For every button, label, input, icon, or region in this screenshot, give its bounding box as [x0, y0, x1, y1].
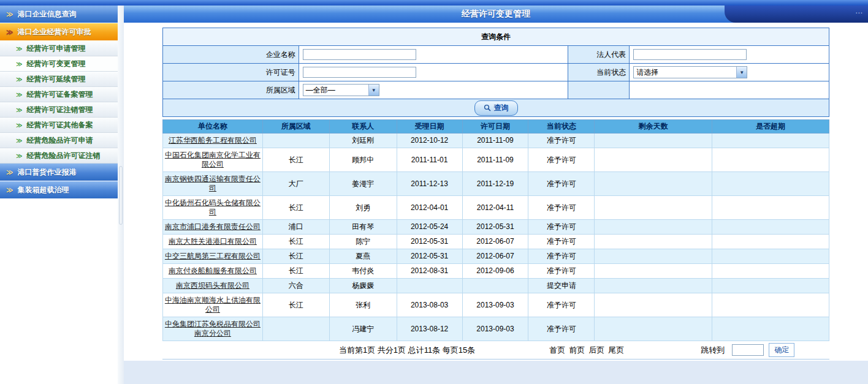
company-cell: 中海油南京顺海水上供油有限公司 [163, 293, 263, 317]
company-link[interactable]: 中免集团江苏免税品有限公司南京分公司 [165, 320, 261, 337]
company-link[interactable]: 南京西坝码头有限公司 [176, 281, 249, 290]
accept-date-cell: 2012-10-12 [397, 134, 462, 148]
sidebar-item[interactable]: ≫经营危险品许可证注销 [0, 148, 118, 164]
company-cell: 南京西坝码头有限公司 [163, 279, 263, 293]
search-icon [484, 104, 491, 111]
company-link[interactable]: 江苏华西船务工程有限公司 [169, 136, 257, 145]
days-left-cell [595, 249, 712, 264]
status-cell: 准予许可 [528, 134, 595, 148]
status-cell: 准予许可 [528, 220, 595, 235]
company-link[interactable]: 中国石化集团南京化学工业有限公司 [165, 151, 261, 168]
table-row: 中交三航局第三工程有限公司长江夏燕2012-05-312012-06-07准予许… [163, 249, 829, 264]
pagination-next[interactable]: 后页 [588, 345, 604, 355]
sidebar-item[interactable]: ≫经营许可证其他备案 [0, 118, 118, 133]
table-row: 中国石化集团南京化学工业有限公司长江顾邦中2011-11-012011-11-0… [163, 148, 829, 172]
sidebar-collapse-strip[interactable] [118, 6, 124, 384]
status-cell: 提交申请 [528, 279, 595, 293]
status-select[interactable]: 请选择 ▼ [633, 66, 747, 78]
sidebar-item[interactable]: ≫经营许可延续管理 [0, 72, 118, 87]
table-row: 中海油南京顺海水上供油有限公司长江张利2013-08-032013-09-03准… [163, 293, 829, 317]
company-cell: 中化扬州石化码头仓储有限公司 [163, 196, 263, 220]
company-link[interactable]: 中交三航局第三工程有限公司 [165, 252, 261, 260]
company-link[interactable]: 南京钢铁四通运输有限责任公司 [165, 175, 261, 192]
company-link[interactable]: 南京市浦口港务有限责任公司 [165, 222, 261, 231]
sidebar-item[interactable]: ≫经营许可证备案管理 [0, 87, 118, 102]
company-link[interactable]: 中海油南京顺海水上供油有限公司 [165, 296, 261, 314]
license-no-cell [299, 64, 568, 81]
status-cell: 准予许可 [528, 172, 595, 196]
company-link[interactable]: 南京付炎船舶服务有限公司 [169, 266, 257, 275]
grip-dots-icon: ⋯ [855, 9, 864, 17]
company-name-input[interactable] [303, 49, 416, 60]
pagination-prev[interactable]: 前页 [569, 345, 585, 355]
status-cell: 准予许可 [528, 196, 595, 220]
license-date-cell: 2012-06-07 [462, 249, 528, 264]
overdue-cell [712, 235, 829, 249]
status-cell: 请选择 ▼ [630, 64, 829, 81]
license-date-cell: 2011-11-09 [462, 134, 528, 148]
sidebar-item-label: 经营许可延续管理 [26, 74, 85, 85]
days-left-cell [595, 134, 712, 148]
chevron-down-icon: ▼ [736, 67, 747, 78]
accept-date-cell: 2013-08-03 [397, 293, 462, 317]
legal-rep-label: 法人代表 [568, 46, 630, 64]
empty-label-cell [568, 81, 630, 99]
accept-date-cell: 2012-05-31 [397, 235, 462, 249]
legal-rep-input[interactable] [633, 49, 747, 60]
region-select[interactable]: —全部— ▼ [303, 84, 379, 96]
table-row: 江苏华西船务工程有限公司刘廷刚2012-10-122011-11-09准予许可 [163, 134, 829, 148]
sidebar-item[interactable]: ≫港口企业信息查询 [0, 6, 118, 23]
company-cell: 江苏华西船务工程有限公司 [163, 134, 263, 148]
sidebar-item-label: 经营危险品许可申请 [26, 135, 93, 146]
overdue-cell [712, 279, 829, 293]
company-name-label: 企业名称 [163, 46, 299, 64]
company-link[interactable]: 中化扬州石化码头仓储有限公司 [165, 198, 261, 216]
sidebar-item[interactable]: ≫港口普货作业报港 [0, 164, 118, 181]
pagination-first[interactable]: 首页 [549, 345, 565, 355]
main-area: 经营许可变更管理 ⋯ 查询条件 企业名称 法人代表 [124, 6, 868, 384]
jump-page-input[interactable] [732, 344, 764, 356]
double-arrow-icon: ≫ [16, 152, 22, 159]
pagination-links: 首页前页后页尾页 [547, 345, 626, 356]
accept-date-cell: 2012-04-01 [397, 196, 462, 220]
collapse-handle[interactable] [119, 166, 123, 225]
contact-cell: 顾邦中 [329, 148, 397, 172]
days-left-cell [595, 148, 712, 172]
region-cell [262, 317, 329, 341]
region-cell: 长江 [262, 196, 329, 220]
double-arrow-icon: ≫ [6, 186, 13, 194]
double-arrow-icon: ≫ [16, 91, 22, 98]
double-arrow-icon: ≫ [6, 28, 13, 36]
table-row: 南京钢铁四通运输有限责任公司大厂姜漫宇2011-12-132011-12-19准… [163, 172, 829, 196]
region-cell: 长江 [262, 235, 329, 249]
sidebar-item-label: 经营许可证备案管理 [26, 89, 93, 100]
contact-cell: 陈宁 [329, 235, 397, 249]
region-cell: —全部— ▼ [299, 81, 568, 99]
sidebar-item[interactable]: ≫经营许可申请管理 [0, 41, 118, 56]
sidebar-item-label: 经营危险品许可证注销 [26, 151, 100, 161]
table-row: 南京付炎船舶服务有限公司长江韦付炎2012-08-312012-09-06准予许… [163, 264, 829, 279]
license-date-cell: 2013-09-03 [462, 293, 528, 317]
column-header: 许可日期 [462, 120, 528, 134]
top-banner-strip [0, 0, 868, 6]
sidebar-item[interactable]: ≫经营危险品许可申请 [0, 133, 118, 148]
overdue-cell [712, 148, 829, 172]
license-no-input[interactable] [303, 67, 416, 78]
sidebar-item[interactable]: ≫集装箱超载治理 [0, 181, 118, 199]
double-arrow-icon: ≫ [16, 107, 22, 113]
region-cell [262, 134, 329, 148]
sidebar-item[interactable]: ≫港口企业经营许可审批 [0, 23, 118, 41]
region-label: 所属区域 [163, 81, 299, 99]
sidebar-item[interactable]: ≫经营许可证注销管理 [0, 102, 118, 118]
table-row: 中化扬州石化码头仓储有限公司长江刘勇2012-04-012012-04-11准予… [163, 196, 829, 220]
days-left-cell [595, 317, 712, 341]
contact-cell: 张利 [329, 293, 397, 317]
accept-date-cell: 2013-08-12 [397, 317, 462, 341]
company-link[interactable]: 南京大胜关港港口有限公司 [169, 237, 257, 246]
jump-confirm-button[interactable]: 确定 [769, 343, 794, 357]
pagination-last[interactable]: 尾页 [608, 345, 624, 355]
days-left-cell [595, 235, 712, 249]
search-button[interactable]: 查询 [474, 100, 518, 116]
sidebar-item[interactable]: ≫经营许可变更管理 [0, 56, 118, 72]
search-button-row: 查询 [163, 99, 829, 117]
